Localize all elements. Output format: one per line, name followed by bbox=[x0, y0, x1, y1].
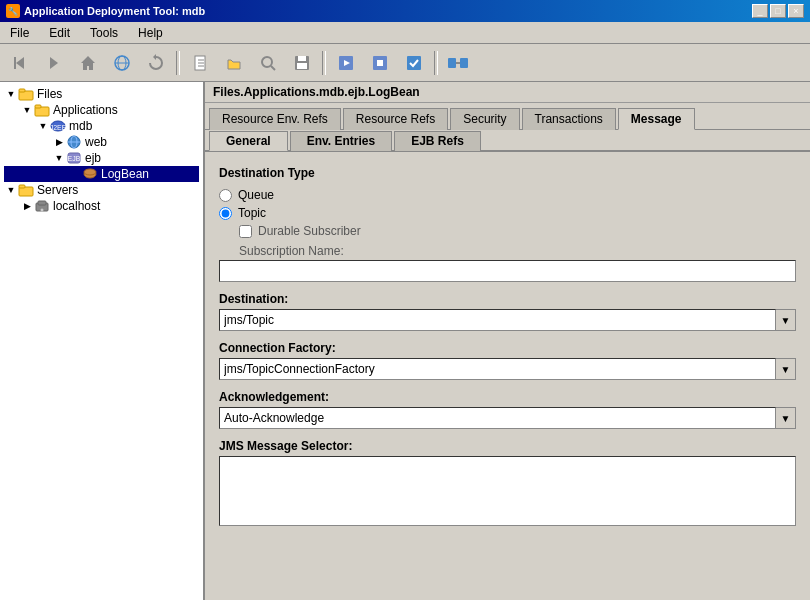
menu-tools[interactable]: Tools bbox=[84, 24, 124, 42]
svg-rect-28 bbox=[35, 105, 41, 108]
acknowledgement-combo-wrapper: Auto-Acknowledge Dups-ok-acknowledge Cli… bbox=[219, 407, 796, 429]
back-button[interactable] bbox=[4, 48, 36, 78]
tree-label-mdb: mdb bbox=[69, 119, 92, 133]
checkbox-durable-group: Durable Subscriber bbox=[239, 224, 796, 238]
jms-selector-textarea[interactable] bbox=[219, 456, 796, 526]
maximize-btn[interactable]: □ bbox=[770, 4, 786, 18]
tab-security[interactable]: Security bbox=[450, 108, 519, 130]
svg-marker-3 bbox=[81, 56, 95, 70]
svg-point-37 bbox=[84, 169, 96, 175]
jms-selector-label: JMS Message Selector: bbox=[219, 439, 796, 453]
toolbar-separator-1 bbox=[176, 51, 180, 75]
tree-item-applications[interactable]: ▼ Applications bbox=[4, 102, 199, 118]
tab-env-entries[interactable]: Env. Entries bbox=[290, 131, 392, 151]
home-button[interactable] bbox=[72, 48, 104, 78]
svg-rect-26 bbox=[19, 89, 25, 92]
radio-topic[interactable] bbox=[219, 207, 232, 220]
radio-queue-group: Queue bbox=[219, 188, 796, 202]
destination-label: Destination: bbox=[219, 292, 796, 306]
tree-item-mdb[interactable]: ▼ J2EE mdb bbox=[4, 118, 199, 134]
svg-rect-39 bbox=[19, 185, 25, 188]
radio-topic-label: Topic bbox=[238, 206, 266, 220]
tree-label-logbean: LogBean bbox=[101, 167, 149, 181]
tabs-row-2: General Env. Entries EJB Refs bbox=[205, 130, 810, 152]
subscription-name-input[interactable] bbox=[219, 260, 796, 282]
save-button[interactable] bbox=[286, 48, 318, 78]
toggle-files[interactable]: ▼ bbox=[4, 87, 18, 101]
new-button[interactable] bbox=[184, 48, 216, 78]
connection-factory-dropdown-btn[interactable]: ▼ bbox=[776, 358, 796, 380]
title-bar: 🔧 Application Deployment Tool: mdb _ □ × bbox=[0, 0, 810, 22]
toggle-web[interactable]: ▶ bbox=[52, 135, 66, 149]
checkbox-durable[interactable] bbox=[239, 225, 252, 238]
deploy-button[interactable] bbox=[330, 48, 362, 78]
tree-item-files[interactable]: ▼ Files bbox=[4, 86, 199, 102]
connection-factory-input[interactable] bbox=[219, 358, 776, 380]
globe-button[interactable] bbox=[106, 48, 138, 78]
svg-point-12 bbox=[262, 57, 272, 67]
tree-item-logbean[interactable]: LogBean bbox=[4, 166, 199, 182]
destination-input[interactable] bbox=[219, 309, 776, 331]
svg-line-13 bbox=[271, 66, 275, 70]
tree-label-ejb: ejb bbox=[85, 151, 101, 165]
toggle-servers[interactable]: ▼ bbox=[4, 183, 18, 197]
tab-resource-refs[interactable]: Resource Refs bbox=[343, 108, 448, 130]
tab-general[interactable]: General bbox=[209, 131, 288, 151]
svg-rect-41 bbox=[38, 201, 46, 205]
acknowledgement-select[interactable]: Auto-Acknowledge Dups-ok-acknowledge Cli… bbox=[219, 407, 776, 429]
svg-rect-21 bbox=[407, 56, 421, 70]
connection-factory-combo-wrapper: ▼ bbox=[219, 358, 796, 380]
svg-rect-1 bbox=[14, 57, 16, 69]
svg-point-42 bbox=[41, 209, 44, 212]
right-panel: Files.Applications.mdb.ejb.LogBean Resou… bbox=[205, 82, 810, 600]
toggle-logbean bbox=[68, 167, 82, 181]
svg-marker-7 bbox=[153, 54, 156, 60]
svg-rect-20 bbox=[377, 60, 383, 66]
app-icon: 🔧 bbox=[6, 4, 20, 18]
tab-ejb-refs[interactable]: EJB Refs bbox=[394, 131, 481, 151]
destination-combo-wrapper: ▼ bbox=[219, 309, 796, 331]
svg-rect-15 bbox=[298, 56, 306, 61]
verify-button[interactable] bbox=[398, 48, 430, 78]
menu-help[interactable]: Help bbox=[132, 24, 169, 42]
destination-dropdown-btn[interactable]: ▼ bbox=[776, 309, 796, 331]
tree-item-web[interactable]: ▶ web bbox=[4, 134, 199, 150]
svg-marker-0 bbox=[16, 57, 24, 69]
reload-button[interactable] bbox=[140, 48, 172, 78]
radio-queue[interactable] bbox=[219, 189, 232, 202]
toggle-localhost[interactable]: ▶ bbox=[20, 199, 34, 213]
toggle-mdb[interactable]: ▼ bbox=[36, 119, 50, 133]
tree-item-localhost[interactable]: ▶ localhost bbox=[4, 198, 199, 214]
toggle-ejb[interactable]: ▼ bbox=[52, 151, 66, 165]
svg-text:EJB: EJB bbox=[68, 155, 81, 162]
open-button[interactable] bbox=[218, 48, 250, 78]
window-controls: _ □ × bbox=[752, 4, 804, 18]
svg-marker-2 bbox=[50, 57, 58, 69]
tabs-row-1: Resource Env. Refs Resource Refs Securit… bbox=[205, 103, 810, 130]
tree-item-servers[interactable]: ▼ Servers bbox=[4, 182, 199, 198]
tab-resource-env-refs[interactable]: Resource Env. Refs bbox=[209, 108, 341, 130]
breadcrumb: Files.Applications.mdb.ejb.LogBean bbox=[205, 82, 810, 103]
menu-file[interactable]: File bbox=[4, 24, 35, 42]
close-btn[interactable]: × bbox=[788, 4, 804, 18]
svg-rect-22 bbox=[448, 58, 456, 68]
tab-transactions[interactable]: Transactions bbox=[522, 108, 616, 130]
acknowledgement-dropdown-btn[interactable]: ▼ bbox=[776, 407, 796, 429]
connect-button[interactable] bbox=[442, 48, 474, 78]
tree-label-applications: Applications bbox=[53, 103, 118, 117]
toggle-applications[interactable]: ▼ bbox=[20, 103, 34, 117]
tab-message[interactable]: Message bbox=[618, 108, 695, 130]
toolbar-separator-3 bbox=[434, 51, 438, 75]
tree-item-ejb[interactable]: ▼ EJB ejb bbox=[4, 150, 199, 166]
minimize-btn[interactable]: _ bbox=[752, 4, 768, 18]
menu-edit[interactable]: Edit bbox=[43, 24, 76, 42]
tree-label-localhost: localhost bbox=[53, 199, 100, 213]
inspect-button[interactable] bbox=[252, 48, 284, 78]
subscription-name-label: Subscription Name: bbox=[239, 244, 796, 258]
toolbar-separator-2 bbox=[322, 51, 326, 75]
forward-button[interactable] bbox=[38, 48, 70, 78]
undeploy-button[interactable] bbox=[364, 48, 396, 78]
main-layout: ▼ Files ▼ Applications ▼ J2EE mdb ▶ web bbox=[0, 82, 810, 600]
window-title: Application Deployment Tool: mdb bbox=[24, 5, 205, 17]
acknowledgement-label: Acknowledgement: bbox=[219, 390, 796, 404]
